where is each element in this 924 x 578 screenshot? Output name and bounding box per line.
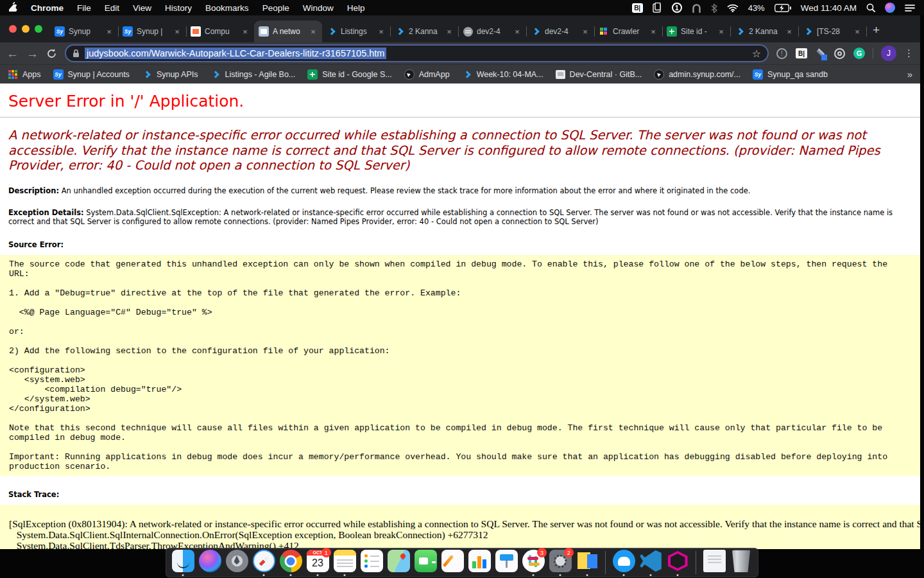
tab-site-id[interactable]: Site id - × [662,21,730,42]
dock-maps[interactable] [386,550,411,575]
bitwarden-icon[interactable]: B| [632,3,643,13]
clipboard-icon[interactable] [653,3,662,13]
menu-edit[interactable]: Edit [105,3,119,13]
menu-help[interactable]: Help [347,3,365,13]
dock-reminders[interactable] [359,550,384,575]
tab-title: Site id - [681,27,713,36]
dock-finder[interactable] [171,550,195,575]
menubar-app-name[interactable]: Chrome [31,3,64,13]
tab-close-icon[interactable]: × [377,27,386,37]
dock-slack[interactable]: 3 [521,550,545,575]
tab-close-icon[interactable]: × [309,27,318,37]
tab-a-network-active[interactable]: A netwo × [254,21,322,42]
apple-menu-icon[interactable] [9,2,17,13]
bookmark-admapp[interactable]: AdmApp [404,69,450,80]
tab-title: Listings [341,27,373,36]
bookmark-admin-synup[interactable]: admin.synup.com/... [654,69,740,80]
dock-calendar[interactable]: 1OCT23 [305,550,330,575]
tab-dev2-2[interactable]: dev2-4 × [526,21,594,42]
tab-synup-2[interactable]: Sy Synup | × [118,21,186,42]
bookmark-synup-accounts[interactable]: SySynup | Accounts [53,69,130,80]
tab-close-icon[interactable]: × [173,27,182,37]
dock-postico[interactable] [612,550,636,575]
dock-system-preferences[interactable]: 2 [548,550,572,575]
extension-target-icon[interactable] [834,48,845,59]
tab-close-icon[interactable]: × [853,27,862,37]
tab-close-icon[interactable]: × [649,27,658,37]
tab-synup-1[interactable]: Sy Synup × [50,21,118,42]
tab-close-icon[interactable]: × [785,27,794,37]
url-text[interactable]: judysbook.com/Warwick-Autopark-LLC-Car-D… [85,48,386,59]
address-bar[interactable]: judysbook.com/Warwick-Autopark-LLC-Car-D… [65,44,769,62]
tab-close-icon[interactable]: × [581,27,590,37]
extension-bitly-icon[interactable]: B| [796,48,807,58]
tab-dev2-1[interactable]: dev2-4 × [458,21,526,42]
tab-crawler[interactable]: Crawler × [594,21,662,42]
tab-2kanna-1[interactable]: 2 Kanna × [390,21,458,42]
zoom-window-button[interactable] [35,25,42,33]
menu-bookmarks[interactable]: Bookmarks [205,3,249,13]
extension-grammarly-icon[interactable]: G [853,48,865,59]
spotlight-icon[interactable] [866,3,875,12]
menu-window[interactable]: Window [303,3,334,13]
tab-close-icon[interactable]: × [513,27,522,37]
tab-close-icon[interactable]: × [445,27,454,37]
bookmark-site-id-sheet[interactable]: Site id - Google S... [307,69,391,80]
extension-info-icon[interactable]: ! [776,48,787,59]
dock-notes[interactable] [332,550,357,575]
wifi-icon[interactable] [727,4,739,12]
reminders-icon [361,550,383,572]
dock-numbers[interactable] [467,550,492,575]
bookmark-week-10[interactable]: Week-10: 04-MA... [462,69,543,80]
bookmark-listings-agile[interactable]: Listings - Agile Bo... [210,69,296,80]
menubar-clock[interactable]: Wed 11:40 AM [801,3,857,13]
menu-people[interactable]: People [262,3,289,13]
bookmark-apps[interactable]: Apps [8,69,41,80]
extension-colorzilla-icon[interactable] [816,48,826,58]
extensions-row: ! B| G [776,48,865,59]
bookmark-synup-qa-sandbox[interactable]: SySynup_qa sandb [753,69,828,80]
bookmark-dev-central[interactable]: Dev-Central · GitB... [556,70,642,79]
dock-keynote[interactable] [494,550,518,575]
window-controls[interactable] [0,25,50,33]
tab-ts-28[interactable]: [TS-28 × [798,21,866,42]
dock-vscode[interactable] [638,550,663,575]
forward-button[interactable]: → [26,48,38,60]
dock-siri[interactable] [198,550,222,575]
tab-close-icon[interactable]: × [717,27,726,37]
dock-graphql[interactable] [665,550,690,575]
dock-pages[interactable] [440,550,465,575]
profile-avatar[interactable]: J [881,46,896,61]
siri-icon[interactable] [885,3,895,13]
dock-facetime[interactable] [413,550,438,575]
menu-file[interactable]: File [77,3,91,13]
menu-history[interactable]: History [165,3,192,13]
tab-close-icon[interactable]: × [241,27,250,37]
dock-stickies[interactable] [575,550,599,575]
dock-csv-files[interactable] [702,550,726,575]
chrome-menu-icon[interactable]: ⋮ [904,48,914,59]
new-tab-button[interactable]: + [866,23,889,41]
tab-close-icon[interactable]: × [105,27,114,37]
bookmark-label: Synup | Accounts [68,70,130,79]
back-button[interactable]: ← [6,48,19,60]
dock-launchpad[interactable] [225,550,249,575]
onepassword-icon[interactable]: 1 [672,3,682,13]
minimize-window-button[interactable] [22,25,30,33]
dock-trash[interactable] [729,550,753,575]
menu-view[interactable]: View [133,3,151,13]
close-window-button[interactable] [9,25,17,33]
tab-compu[interactable]: Compu × [186,21,254,42]
tab-listings[interactable]: Listings × [322,21,390,42]
bluetooth-icon[interactable] [711,3,717,13]
bookmarks-overflow-icon[interactable]: » [907,69,912,80]
arc-icon[interactable] [692,3,701,13]
dock-chrome[interactable] [278,550,303,575]
tab-2kanna-2[interactable]: 2 Kanna × [730,21,798,42]
lock-icon[interactable] [73,49,80,58]
bookmark-star-icon[interactable]: ☆ [752,48,761,60]
notification-center-icon[interactable] [905,4,915,12]
dock-safari[interactable] [252,550,276,575]
bookmark-synup-apis[interactable]: Synup APIs [142,69,198,80]
reload-button[interactable] [46,48,57,59]
